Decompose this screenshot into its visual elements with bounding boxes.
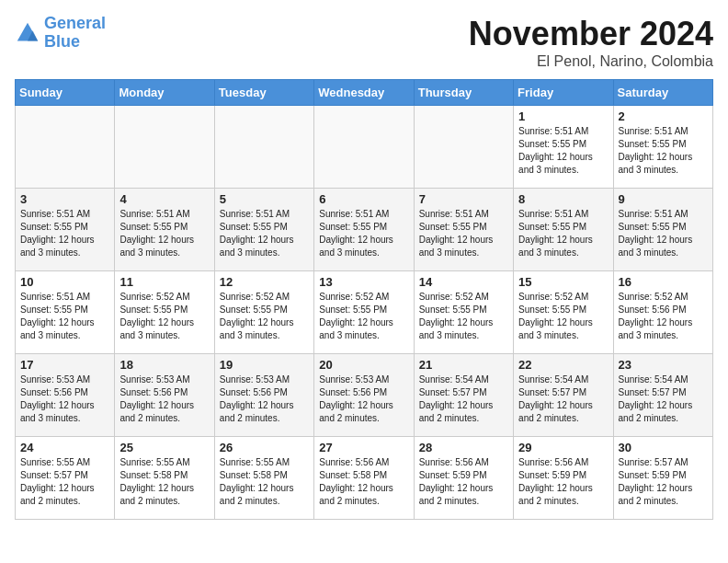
calendar-day-23: 23Sunrise: 5:54 AM Sunset: 5:57 PM Dayli…	[613, 354, 712, 437]
calendar-week-2: 3Sunrise: 5:51 AM Sunset: 5:55 PM Daylig…	[16, 189, 713, 271]
calendar-day-14: 14Sunrise: 5:52 AM Sunset: 5:55 PM Dayli…	[414, 271, 513, 354]
day-info: Sunrise: 5:54 AM Sunset: 5:57 PM Dayligh…	[619, 373, 708, 425]
calendar-day-26: 26Sunrise: 5:55 AM Sunset: 5:58 PM Dayli…	[214, 437, 313, 520]
day-number: 30	[619, 441, 708, 454]
day-number: 24	[20, 441, 109, 454]
day-number: 17	[20, 358, 109, 372]
calendar-day-29: 29Sunrise: 5:56 AM Sunset: 5:59 PM Dayli…	[514, 437, 613, 520]
calendar-day-11: 11Sunrise: 5:52 AM Sunset: 5:55 PM Dayli…	[115, 271, 214, 354]
day-info: Sunrise: 5:54 AM Sunset: 5:57 PM Dayligh…	[419, 373, 508, 425]
calendar-week-4: 17Sunrise: 5:53 AM Sunset: 5:56 PM Dayli…	[16, 354, 713, 437]
calendar-day-30: 30Sunrise: 5:57 AM Sunset: 5:59 PM Dayli…	[613, 437, 712, 520]
day-number: 15	[518, 275, 608, 289]
logo-text: General Blue	[44, 15, 106, 52]
day-number: 5	[220, 192, 309, 206]
day-number: 8	[518, 192, 608, 206]
calendar-day-1: 1Sunrise: 5:51 AM Sunset: 5:55 PM Daylig…	[514, 106, 613, 189]
calendar-empty	[314, 106, 414, 189]
day-info: Sunrise: 5:51 AM Sunset: 5:55 PM Dayligh…	[619, 125, 708, 177]
weekday-header-sunday: Sunday	[16, 80, 115, 106]
calendar-day-7: 7Sunrise: 5:51 AM Sunset: 5:55 PM Daylig…	[414, 189, 513, 271]
day-number: 29	[518, 441, 608, 454]
title-block: November 2024 El Penol, Narino, Colombia	[469, 15, 713, 70]
day-info: Sunrise: 5:55 AM Sunset: 5:58 PM Dayligh…	[119, 456, 209, 508]
day-number: 11	[119, 275, 209, 289]
weekday-header-thursday: Thursday	[414, 80, 513, 106]
day-info: Sunrise: 5:51 AM Sunset: 5:55 PM Dayligh…	[319, 208, 408, 259]
calendar-table: SundayMondayTuesdayWednesdayThursdayFrid…	[15, 79, 713, 520]
day-number: 20	[319, 358, 408, 372]
calendar-day-25: 25Sunrise: 5:55 AM Sunset: 5:58 PM Dayli…	[115, 437, 214, 520]
day-info: Sunrise: 5:51 AM Sunset: 5:55 PM Dayligh…	[518, 208, 608, 259]
calendar-day-5: 5Sunrise: 5:51 AM Sunset: 5:55 PM Daylig…	[214, 189, 313, 271]
page-header: General Blue November 2024 El Penol, Nar…	[15, 15, 713, 70]
day-info: Sunrise: 5:52 AM Sunset: 5:55 PM Dayligh…	[119, 291, 209, 342]
weekday-header-saturday: Saturday	[613, 80, 712, 106]
calendar-day-10: 10Sunrise: 5:51 AM Sunset: 5:55 PM Dayli…	[16, 271, 115, 354]
day-number: 26	[220, 441, 309, 454]
weekday-header-wednesday: Wednesday	[314, 80, 414, 106]
day-number: 6	[319, 192, 408, 206]
day-number: 1	[518, 109, 608, 123]
day-info: Sunrise: 5:52 AM Sunset: 5:55 PM Dayligh…	[518, 291, 608, 342]
day-info: Sunrise: 5:56 AM Sunset: 5:58 PM Dayligh…	[319, 456, 408, 508]
calendar-day-9: 9Sunrise: 5:51 AM Sunset: 5:55 PM Daylig…	[613, 189, 712, 271]
day-info: Sunrise: 5:56 AM Sunset: 5:59 PM Dayligh…	[419, 456, 508, 508]
calendar-day-3: 3Sunrise: 5:51 AM Sunset: 5:55 PM Daylig…	[16, 189, 115, 271]
day-info: Sunrise: 5:52 AM Sunset: 5:55 PM Dayligh…	[419, 291, 508, 342]
location: El Penol, Narino, Colombia	[469, 53, 713, 70]
day-info: Sunrise: 5:51 AM Sunset: 5:55 PM Dayligh…	[419, 208, 508, 259]
calendar-day-12: 12Sunrise: 5:52 AM Sunset: 5:55 PM Dayli…	[214, 271, 313, 354]
day-info: Sunrise: 5:51 AM Sunset: 5:55 PM Dayligh…	[619, 208, 708, 259]
day-number: 23	[619, 358, 708, 372]
logo-icon	[15, 20, 40, 46]
calendar-empty	[115, 106, 214, 189]
day-number: 21	[419, 358, 508, 372]
calendar-week-1: 1Sunrise: 5:51 AM Sunset: 5:55 PM Daylig…	[16, 106, 713, 189]
day-number: 28	[419, 441, 508, 454]
weekday-header-row: SundayMondayTuesdayWednesdayThursdayFrid…	[16, 80, 713, 106]
day-info: Sunrise: 5:52 AM Sunset: 5:56 PM Dayligh…	[619, 291, 708, 342]
calendar-day-19: 19Sunrise: 5:53 AM Sunset: 5:56 PM Dayli…	[214, 354, 313, 437]
calendar-empty	[214, 106, 313, 189]
day-number: 14	[419, 275, 508, 289]
calendar-day-20: 20Sunrise: 5:53 AM Sunset: 5:56 PM Dayli…	[314, 354, 414, 437]
day-info: Sunrise: 5:53 AM Sunset: 5:56 PM Dayligh…	[319, 373, 408, 425]
day-number: 19	[220, 358, 309, 372]
day-info: Sunrise: 5:57 AM Sunset: 5:59 PM Dayligh…	[619, 456, 708, 508]
day-info: Sunrise: 5:55 AM Sunset: 5:58 PM Dayligh…	[220, 456, 309, 508]
calendar-empty	[414, 106, 513, 189]
day-info: Sunrise: 5:53 AM Sunset: 5:56 PM Dayligh…	[220, 373, 309, 425]
day-number: 4	[119, 192, 209, 206]
calendar-week-5: 24Sunrise: 5:55 AM Sunset: 5:57 PM Dayli…	[16, 437, 713, 520]
day-number: 12	[220, 275, 309, 289]
weekday-header-monday: Monday	[115, 80, 214, 106]
day-info: Sunrise: 5:51 AM Sunset: 5:55 PM Dayligh…	[220, 208, 309, 259]
day-number: 13	[319, 275, 408, 289]
calendar-day-2: 2Sunrise: 5:51 AM Sunset: 5:55 PM Daylig…	[613, 106, 712, 189]
day-number: 7	[419, 192, 508, 206]
day-info: Sunrise: 5:52 AM Sunset: 5:55 PM Dayligh…	[319, 291, 408, 342]
day-number: 3	[20, 192, 109, 206]
calendar-day-27: 27Sunrise: 5:56 AM Sunset: 5:58 PM Dayli…	[314, 437, 414, 520]
weekday-header-friday: Friday	[514, 80, 613, 106]
day-number: 25	[119, 441, 209, 454]
day-info: Sunrise: 5:51 AM Sunset: 5:55 PM Dayligh…	[518, 125, 608, 177]
day-number: 18	[119, 358, 209, 372]
month-title: November 2024	[469, 15, 713, 53]
day-info: Sunrise: 5:51 AM Sunset: 5:55 PM Dayligh…	[119, 208, 209, 259]
calendar-day-24: 24Sunrise: 5:55 AM Sunset: 5:57 PM Dayli…	[16, 437, 115, 520]
logo-line1: General	[44, 14, 106, 32]
calendar-day-16: 16Sunrise: 5:52 AM Sunset: 5:56 PM Dayli…	[613, 271, 712, 354]
day-number: 2	[619, 109, 708, 123]
day-number: 9	[619, 192, 708, 206]
day-number: 27	[319, 441, 408, 454]
calendar-week-3: 10Sunrise: 5:51 AM Sunset: 5:55 PM Dayli…	[16, 271, 713, 354]
calendar-day-17: 17Sunrise: 5:53 AM Sunset: 5:56 PM Dayli…	[16, 354, 115, 437]
day-info: Sunrise: 5:55 AM Sunset: 5:57 PM Dayligh…	[20, 456, 109, 508]
day-number: 22	[518, 358, 608, 372]
calendar-day-18: 18Sunrise: 5:53 AM Sunset: 5:56 PM Dayli…	[115, 354, 214, 437]
day-number: 16	[619, 275, 708, 289]
calendar-day-13: 13Sunrise: 5:52 AM Sunset: 5:55 PM Dayli…	[314, 271, 414, 354]
calendar-day-8: 8Sunrise: 5:51 AM Sunset: 5:55 PM Daylig…	[514, 189, 613, 271]
